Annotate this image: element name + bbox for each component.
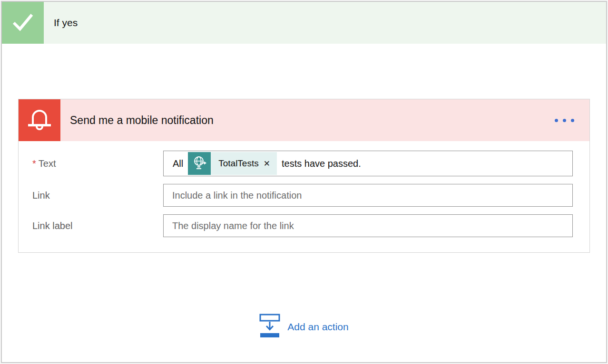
text-field-label-text: Text (39, 158, 56, 169)
text-value-before-token: All (173, 158, 183, 169)
link-label-field-input[interactable] (163, 214, 573, 237)
dynamic-content-token[interactable]: TotalTests ✕ (188, 152, 277, 175)
ellipsis-icon (555, 119, 558, 122)
condition-icon-tile (2, 2, 44, 44)
check-icon (12, 12, 34, 33)
http-globe-icon (192, 155, 206, 172)
link-label-field-label-text: Link label (32, 220, 73, 231)
field-row-link-label: Link label (32, 214, 573, 237)
add-action-label: Add an action (287, 321, 348, 333)
token-icon-tile (188, 152, 211, 175)
field-row-link: Link (32, 184, 573, 207)
action-card-title: Send me a mobile notification (70, 114, 554, 127)
field-row-text: * Text All (32, 151, 573, 176)
condition-branch-header[interactable]: If yes (2, 2, 606, 44)
condition-branch-titlebar: If yes (44, 2, 606, 44)
action-card-titlebar: Send me a mobile notification (60, 99, 589, 141)
token-label: TotalTests (211, 158, 263, 169)
link-field-label: Link (32, 190, 163, 201)
ellipsis-menu-button[interactable] (554, 114, 575, 127)
token-remove-icon[interactable]: ✕ (264, 159, 277, 169)
required-asterisk: * (32, 158, 36, 169)
add-action-icon (259, 314, 280, 340)
text-field-label: * Text (32, 158, 163, 169)
action-card-body: * Text All (19, 141, 589, 252)
link-label-field-label: Link label (32, 220, 163, 231)
action-icon-tile (19, 99, 60, 141)
action-card-header[interactable]: Send me a mobile notification (19, 99, 589, 141)
ellipsis-icon (563, 119, 566, 122)
bell-icon (26, 107, 53, 134)
add-action-button[interactable]: Add an action (2, 314, 606, 340)
link-field-label-text: Link (32, 190, 50, 201)
condition-branch-title: If yes (54, 17, 78, 29)
flow-designer-panel: If yes Send me a mobile notification (1, 1, 607, 363)
link-field-input[interactable] (163, 184, 573, 207)
text-value-after-token: tests have passed. (282, 158, 361, 169)
ellipsis-icon (571, 119, 574, 122)
text-field-input[interactable]: All (163, 151, 573, 176)
action-card: Send me a mobile notification * Text All (18, 99, 590, 253)
